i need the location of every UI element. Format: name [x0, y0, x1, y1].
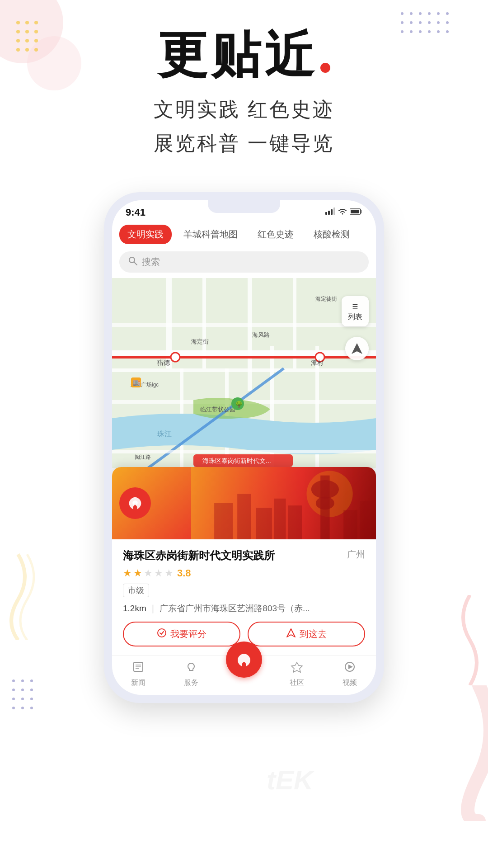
app-logo-svg — [126, 494, 145, 513]
svg-point-97 — [158, 629, 166, 637]
svg-rect-47 — [351, 210, 359, 213]
phone-mockup: 9:41 文明实践 — [104, 192, 384, 703]
svg-point-39 — [12, 707, 15, 709]
city-silhouette — [191, 467, 376, 539]
card-city: 广州 — [347, 548, 365, 561]
nav-service[interactable]: 服务 — [165, 660, 218, 688]
svg-rect-90 — [214, 503, 233, 539]
card-body: 海珠区赤岗街新时代文明实践所 广州 ★ ★ ★ ★ ★ 3.8 — [112, 539, 376, 656]
tek-watermark: tEK — [267, 764, 313, 796]
main-title: 更贴近 — [158, 27, 318, 82]
svg-rect-92 — [256, 508, 272, 539]
card-level: 市级 — [123, 584, 149, 597]
nav-community[interactable]: 社区 — [270, 660, 323, 688]
svg-rect-93 — [274, 498, 286, 539]
title-dot — [320, 63, 330, 73]
card-title: 海珠区赤岗街新时代文明实践所 — [123, 548, 342, 563]
svg-rect-51 — [112, 350, 376, 356]
svg-rect-69 — [112, 450, 376, 453]
nav-news-icon — [132, 660, 145, 676]
svg-rect-91 — [237, 494, 251, 539]
phone-wrapper: 9:41 文明实践 — [0, 192, 488, 703]
nav-video-label: 视频 — [343, 678, 357, 688]
detail-card: 海珠区赤岗街新时代文明实践所 广州 ★ ★ ★ ★ ★ 3.8 — [112, 467, 376, 656]
nav-service-icon — [185, 660, 197, 676]
nav-center-button[interactable] — [226, 642, 262, 678]
svg-rect-64 — [112, 356, 376, 359]
signal-icon — [325, 208, 335, 217]
status-time: 9:41 — [126, 207, 145, 218]
nav-video-icon — [343, 660, 356, 676]
map-area[interactable]: 珠江 猎德 潭村 天汇广场igc 海定街 海风路 — [112, 278, 376, 468]
svg-marker-98 — [287, 629, 295, 637]
phone-notch — [208, 200, 280, 213]
list-icon: ≡ — [348, 301, 362, 312]
bottom-nav: 新闻 服务 — [112, 656, 376, 695]
wifi-icon — [338, 208, 347, 217]
tab-wenming[interactable]: 文明实践 — [119, 225, 172, 244]
card-address: 1.2km ｜ 广东省广州市海珠区艺洲路803号（赤... — [123, 603, 365, 614]
svg-rect-55 — [248, 278, 252, 391]
map-nav-button[interactable] — [345, 337, 369, 360]
rate-button[interactable]: 我要评分 — [123, 622, 240, 646]
card-header — [112, 467, 376, 539]
svg-point-65 — [171, 353, 180, 362]
svg-point-89 — [316, 496, 334, 509]
svg-text:海定街: 海定街 — [191, 338, 209, 345]
detail-card-wrapper: 海珠区赤岗街新时代文明实践所 广州 ★ ★ ★ ★ ★ 3.8 — [112, 467, 376, 695]
star-3: ★ — [144, 567, 153, 579]
tab-hesuan[interactable]: 核酸检测 — [305, 225, 358, 244]
svg-rect-96 — [360, 500, 376, 539]
search-bar[interactable]: 搜索 — [119, 251, 369, 273]
svg-point-40 — [21, 707, 24, 709]
svg-rect-52 — [112, 368, 376, 372]
phone-tabs: 文明实践 羊城科普地图 红色史迹 核酸检测 — [112, 221, 376, 248]
card-rating-row: ★ ★ ★ ★ ★ 3.8 — [123, 567, 365, 579]
phone-inner: 9:41 文明实践 — [112, 200, 376, 695]
stars: ★ ★ ★ ★ ★ — [123, 567, 174, 579]
tab-hongse[interactable]: 红色史迹 — [249, 225, 302, 244]
svg-text:🌳: 🌳 — [235, 401, 243, 408]
svg-text:珠江: 珠江 — [157, 430, 172, 438]
svg-line-49 — [134, 262, 137, 265]
star-5: ★ — [164, 567, 174, 579]
svg-text:海珠区泰岗街新时代文...: 海珠区泰岗街新时代文... — [202, 457, 271, 464]
navigate-icon — [286, 628, 296, 640]
subtitle: 文明实践 红色史迹 展览科普 一键导览 — [0, 93, 488, 160]
svg-marker-105 — [348, 665, 353, 669]
svg-rect-42 — [325, 212, 327, 215]
search-icon — [128, 256, 137, 268]
svg-rect-44 — [331, 209, 333, 215]
star-1: ★ — [123, 567, 132, 579]
list-label: 列表 — [348, 312, 362, 322]
nav-video[interactable]: 视频 — [323, 660, 376, 688]
search-placeholder: 搜索 — [142, 256, 160, 268]
phone-search: 搜索 — [112, 248, 376, 278]
card-app-icon — [119, 487, 151, 519]
svg-rect-43 — [328, 211, 330, 215]
card-title-row: 海珠区赤岗街新时代文明实践所 广州 — [123, 548, 365, 563]
svg-rect-95 — [343, 510, 357, 539]
svg-text:🏬: 🏬 — [133, 379, 141, 387]
center-app-icon — [234, 649, 254, 670]
map-svg: 珠江 猎德 潭村 天汇广场igc 海定街 海风路 — [112, 278, 376, 468]
map-list-button[interactable]: ≡ 列表 — [342, 296, 369, 326]
svg-text:海定徒街: 海定徒街 — [315, 296, 337, 302]
deco-pink-arc — [411, 685, 488, 823]
navigate-button[interactable]: 到这去 — [248, 622, 365, 646]
svg-point-88 — [311, 480, 339, 498]
tab-yangcheng[interactable]: 羊城科普地图 — [175, 225, 246, 244]
nav-community-label: 社区 — [290, 678, 304, 688]
nav-news-label: 新闻 — [131, 678, 145, 688]
svg-text:临江带状公园: 临江带状公园 — [200, 406, 235, 413]
svg-text:潭村: 潭村 — [311, 359, 324, 366]
star-4: ★ — [154, 567, 163, 579]
svg-text:阅江路: 阅江路 — [135, 454, 151, 460]
svg-rect-94 — [288, 505, 302, 539]
svg-text:猎德: 猎德 — [157, 359, 170, 366]
status-icons — [325, 208, 362, 217]
nav-news[interactable]: 新闻 — [112, 660, 165, 688]
svg-text:海风路: 海风路 — [252, 331, 270, 338]
rate-icon — [157, 628, 167, 640]
battery-icon — [350, 208, 362, 217]
